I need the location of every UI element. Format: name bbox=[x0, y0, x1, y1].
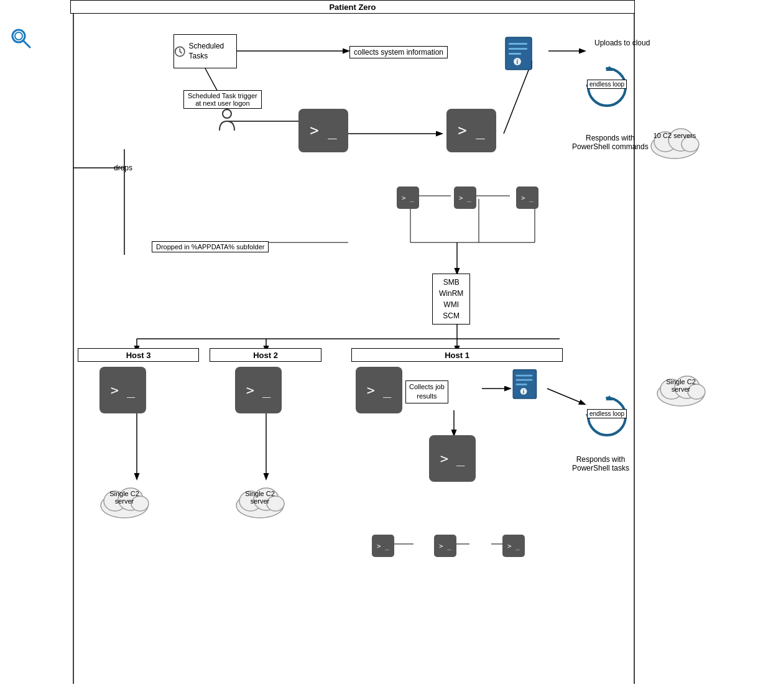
c2-servers-cloud: 10 C2 servers bbox=[647, 118, 703, 163]
host1-title: Host 1 bbox=[445, 351, 469, 360]
single-c2-host2-label: Single C2 server bbox=[237, 490, 283, 505]
terminal-box-small-2: > _ bbox=[454, 187, 476, 209]
collects-system-info-label: collects system information bbox=[349, 46, 448, 58]
protocols-box: SMB WinRM WMI SCM bbox=[432, 274, 470, 325]
user-icon bbox=[218, 109, 236, 136]
endless-loop-1-label: endless loop bbox=[587, 80, 627, 89]
responds-powershell-tasks-label: Responds with PowerShell tasks bbox=[572, 455, 629, 472]
host3-title: Host 3 bbox=[126, 351, 151, 360]
svg-point-33 bbox=[15, 32, 22, 40]
host1-terminal-bottom: > _ bbox=[429, 435, 476, 482]
wmi-label: WMI bbox=[439, 299, 463, 310]
single-c2-host3-label: Single C2 server bbox=[101, 490, 147, 505]
host3-terminal: > _ bbox=[99, 367, 146, 413]
terminal-box-2: > _ bbox=[446, 109, 496, 152]
svg-rect-40 bbox=[509, 48, 527, 50]
scheduled-tasks-label: Scheduled Tasks bbox=[189, 42, 224, 60]
search-icon bbox=[10, 27, 32, 50]
uploads-to-cloud-label: Uploads to cloud bbox=[594, 39, 650, 47]
winrm-label: WinRM bbox=[439, 288, 463, 299]
svg-rect-50 bbox=[516, 375, 533, 377]
info-doc-icon-top: i bbox=[504, 35, 538, 78]
patient-zero-title: Patient Zero bbox=[329, 2, 376, 12]
svg-line-34 bbox=[24, 41, 30, 47]
host3-box: Host 3 bbox=[78, 348, 199, 362]
terminal-box-bottom-1: > _ bbox=[372, 535, 394, 557]
host2-title: Host 2 bbox=[253, 351, 278, 360]
svg-rect-52 bbox=[516, 384, 527, 385]
info-doc-icon-host1: i bbox=[511, 368, 542, 406]
scheduled-tasks-box: Scheduled Tasks bbox=[173, 34, 237, 68]
host1-terminal-left: > _ bbox=[356, 367, 402, 413]
host2-terminal: > _ bbox=[235, 367, 282, 413]
svg-line-25 bbox=[547, 389, 585, 404]
svg-line-37 bbox=[180, 52, 182, 53]
responds-powershell-commands-label: Responds with PowerShell commands bbox=[572, 134, 649, 151]
diagram-container: Patient Zero Scheduled Tasks collects sy… bbox=[0, 0, 781, 700]
drops-label: drops bbox=[114, 163, 132, 172]
scheduled-task-trigger-label: Scheduled Task trigger at next user logo… bbox=[183, 90, 262, 109]
endless-loop-2: endless loop bbox=[582, 392, 632, 443]
collects-job-results-label: Collects job results bbox=[405, 380, 448, 403]
c2-servers-label: 10 C2 servers bbox=[652, 132, 698, 139]
svg-point-48 bbox=[223, 109, 231, 118]
patient-zero-banner: Patient Zero bbox=[70, 0, 635, 14]
terminal-box-bottom-3: > _ bbox=[502, 535, 525, 557]
svg-rect-39 bbox=[509, 43, 527, 45]
terminal-box-bottom-2: > _ bbox=[434, 535, 456, 557]
svg-rect-41 bbox=[509, 53, 521, 55]
dropped-appdata-label: Dropped in %APPDATA% subfolder bbox=[152, 241, 269, 252]
svg-rect-51 bbox=[516, 379, 533, 381]
host2-box: Host 2 bbox=[210, 348, 321, 362]
smb-label: SMB bbox=[439, 277, 463, 288]
svg-text:i: i bbox=[523, 389, 524, 395]
host1-box: Host 1 bbox=[351, 348, 563, 362]
endless-loop-1: endless loop bbox=[582, 62, 632, 114]
single-c2-host3-cloud: Single C2 server bbox=[96, 477, 152, 523]
single-c2-main-label: Single C2 server bbox=[658, 378, 704, 393]
clock-icon bbox=[174, 45, 186, 58]
terminal-box-small-3: > _ bbox=[516, 187, 538, 209]
endless-loop-2-label: endless loop bbox=[587, 409, 627, 418]
terminal-box-small-1: > _ bbox=[397, 187, 419, 209]
svg-text:i: i bbox=[517, 58, 519, 65]
single-c2-host2-cloud: Single C2 server bbox=[232, 477, 288, 523]
scm-label: SCM bbox=[439, 310, 463, 321]
single-c2-server-main: Single C2 server bbox=[653, 366, 709, 411]
terminal-box-1: > _ bbox=[298, 109, 348, 152]
